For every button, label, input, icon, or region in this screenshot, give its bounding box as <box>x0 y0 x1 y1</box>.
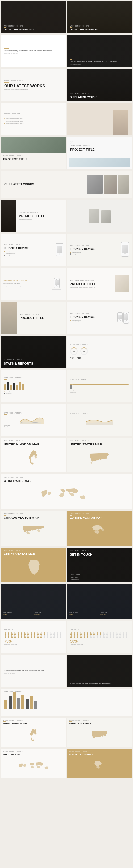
stats-dark-tag: STATISTICS & REPORTS <box>4 359 63 361</box>
quote-author-right: WINSTON CHURCHILL <box>70 63 119 65</box>
bottom-uk-map: WRITE SOMETHING HERE UNITED KINGDOM MAP <box>1 718 66 747</box>
africa-map-title: AFRICA VECTOR MAP <box>4 553 63 556</box>
wave-chart-right <box>70 417 129 425</box>
bottom-europe-shape <box>92 761 107 772</box>
iphone3-tag: WRITE SOMETHING HERE <box>70 313 116 314</box>
stats-bars-right: STATISTICS & REPORTS <box>67 370 132 402</box>
intro-slide-left: WRITE SOMETHING HERE FALURE SOMETHING AB… <box>1 1 66 33</box>
product-pres-body: WRITE HERE SOMETHING ABOUT <box>3 283 48 284</box>
intro-slide-right: WRITE SOMETHING HERE FALURE SOMETHING AB… <box>67 1 132 33</box>
bottom-world-title: WORLDWIDE MAP <box>3 753 64 756</box>
africa-map-tag: WRITE SOMETHING HERE <box>4 550 63 551</box>
quote-text-left: "Success is walking from failure to fail… <box>4 50 63 52</box>
pictogram2-body: Lorem ipsum dolor sit amet <box>70 644 129 645</box>
mini-quote-right: "Success is walking from failure to fail… <box>67 655 132 687</box>
our-latest-tag: WRITE SOMETHING HERE <box>4 80 63 82</box>
project3-title: Project Title <box>19 214 46 218</box>
building-left-email: EMAIL HERE <box>3 615 33 617</box>
world-map-slide: WRITE SOMETHING HERE WORLDWIDE MAP <box>1 474 132 509</box>
bottom-barchart: STATISTICS & REPORTS <box>1 689 132 716</box>
bottom-us-title: UNITED STATES MAP <box>69 722 130 724</box>
our-latest-right: WRITE SOMETHING HERE OUR LATEST WORKS <box>67 69 132 101</box>
project3-slide: WRITE SOMETHING HERE Project Title Lorem… <box>1 200 66 231</box>
pictogram2-tag: PICTOGRAM <box>70 628 129 630</box>
project-full-left: WRITE SOMETHING HERE PROJECT TITLE Lorem… <box>1 302 66 334</box>
product-item-3: WRITE HERE SOMETHING ABOUT <box>6 123 23 125</box>
project-title-slide: WRITE HERE SOMETHING ABOUT Project Title… <box>67 268 132 300</box>
building-right-loc: LOCATION HERE <box>69 612 99 613</box>
project-right-title: Project Title <box>70 148 129 151</box>
bottom-europe-map: WRITE SOMETHING HERE EUROPE VECTOR MAP <box>67 749 132 778</box>
stats-dark-slide: STATISTICS & REPORTS STATS & REPORTS <box>1 336 66 368</box>
canada-map-title: CANADA VECTOR MAP <box>4 516 63 520</box>
stats2l-item1: Lorem here <box>6 391 11 392</box>
intro-label-left: WRITE SOMETHING HERE <box>4 25 63 27</box>
intro-title-left: FALURE SOMETHING ABOUT <box>4 28 63 31</box>
project-full-body: Lorem ipsum dolor sit amet consectetur a… <box>20 320 63 322</box>
project-left-title: Project Title <box>3 157 64 161</box>
iphone3-title: IPHONE 6 DEVICE <box>70 315 116 319</box>
statsw-item2: Lorem here <box>4 426 63 427</box>
pictogram-tag: PICTOGRAM <box>4 628 63 630</box>
building-left: LOCATION LOCATION HERE PHONE PHONE HERE … <box>1 584 66 619</box>
building-right-web: WEBSITE HERE <box>100 615 130 617</box>
mini-quote-dark: "Success is walking from failure to fail… <box>70 683 111 685</box>
iphone1-right-title: IPHONE 6 DEVICE <box>70 248 118 251</box>
europe-map-slide: WRITE SOMETHING HERE EUROPE VECTOR MAP <box>67 511 132 546</box>
building-left-loc: LOCATION HERE <box>3 612 33 613</box>
world-map-shape <box>40 487 93 503</box>
europe-map-shape <box>90 524 109 539</box>
bottom-europe-tag: WRITE SOMETHING HERE <box>69 751 130 752</box>
iphone1-left-title: IPHONE 6 DEVICE <box>4 247 54 250</box>
bottom-world-shape <box>18 761 50 772</box>
contact-web: WEBSITE HERE <box>71 579 79 580</box>
bottom-europe-title: EUROPE VECTOR MAP <box>69 753 130 756</box>
contact-phone: PHONE HERE <box>71 575 78 577</box>
intro-title-right: FALURE SOMETHING ABOUT <box>70 28 129 31</box>
building-right: LOCATION LOCATION HERE PHONE PHONE HERE … <box>67 584 132 619</box>
project-full-tag: WRITE SOMETHING HERE <box>20 313 63 315</box>
bottom-world-map: WRITE SOMETHING HERE WORLDWIDE MAP <box>1 749 66 778</box>
project-full-title: PROJECT TITLE <box>20 316 63 320</box>
us-map-slide: WRITE SOMETHING HERE UNITED STATES MAP <box>67 438 132 472</box>
our-latest-right-tag: WRITE SOMETHING HERE <box>70 93 129 95</box>
world-map-title: WORLDWIDE MAP <box>4 479 129 483</box>
product-item-1: WRITE HERE SOMETHING ABOUT <box>6 118 23 120</box>
pictogram-left: PICTOGRAM <box>1 621 66 653</box>
pictogram-body: Lorem ipsum dolor sit amet <box>4 644 63 645</box>
us-map-title: UNITED STATES MAP <box>70 443 129 446</box>
iphone1-left-tag: WRITE SOMETHING HERE <box>4 244 54 245</box>
africa-map-shape <box>26 560 41 577</box>
bottom-uk-title: UNITED KINGDOM MAP <box>3 722 64 724</box>
uk-map-slide: WRITE SOMETHING HERE UNITED KINGDOM MAP <box>1 438 66 472</box>
africa-map-slide: WRITE SOMETHING HERE AFRICA VECTOR MAP <box>1 548 66 582</box>
stats-dark-title: STATS & REPORTS <box>4 362 63 366</box>
canada-map-slide: WRITE SOMETHING HERE CANADA VECTOR MAP <box>1 511 66 546</box>
iphone1r-item2: Lorem ipsum dolor <box>72 253 81 255</box>
mini-quote-left: "Success is walking from failure to fail… <box>1 655 66 687</box>
bottom-us-shape <box>91 730 108 741</box>
stats-numbers: STATISTICS & REPORTS 70 05 30 30 <box>67 336 132 368</box>
iphone1-left: WRITE SOMETHING HERE IPHONE 6 DEVICE Lor… <box>1 234 66 266</box>
building-left-phone: PHONE HERE <box>34 612 64 613</box>
europe-map-title: EUROPE VECTOR MAP <box>70 516 129 520</box>
stats-bars-left: STATISTICS & REPORTS Lorem here <box>1 370 66 402</box>
our-latest-left: WRITE SOMETHING HERE OUR LATEST WORKS Lo… <box>1 69 66 101</box>
iphone1-right-tag: WRITE SOMETHING HERE <box>70 245 118 246</box>
mini-quote-text: "Success is walking from failure to fail… <box>4 670 63 672</box>
stats2r-item2: Lorem here <box>70 392 129 393</box>
uk-map-title: UNITED KINGDOM MAP <box>4 443 63 446</box>
statswr-item1: Lorem here <box>70 425 129 427</box>
building-right-email: EMAIL HERE <box>69 615 99 617</box>
contact-email: EMAIL HERE <box>71 577 78 578</box>
stat-circle-1: 70 <box>70 347 78 355</box>
get-in-touch-tag: WRITE SOMETHING HERE <box>70 550 129 551</box>
project-title-title: Project Title <box>70 282 113 286</box>
our-latest-right-title: OUR LATEST WORKS <box>70 96 129 99</box>
project-slide-left: WRITE SOMETHING HERE Project Title <box>1 137 66 169</box>
iphone1-right: WRITE SOMETHING HERE IPHONE 6 DEVICE Lor… <box>67 234 132 266</box>
pictogram2-pct: 50% <box>70 639 129 643</box>
bottom-uk-shape <box>28 728 39 742</box>
contact-loc: LOCATION HERE <box>71 574 80 575</box>
us-map-shape <box>89 451 110 466</box>
